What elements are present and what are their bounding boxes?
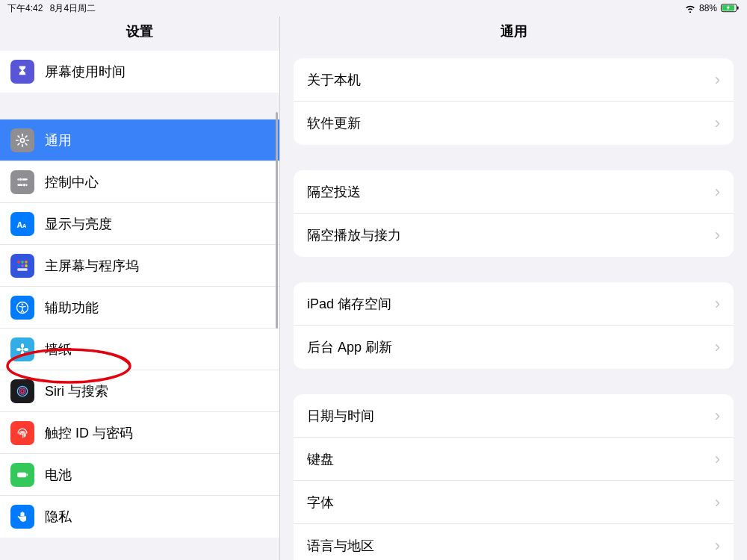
sidebar-item-label: 显示与亮度 [45, 215, 112, 233]
grid-icon [10, 254, 34, 278]
detail-item-date-time[interactable]: 日期与时间 › [294, 394, 734, 438]
chevron-right-icon: › [715, 493, 720, 512]
chevron-right-icon: › [715, 294, 720, 314]
sidebar: 设置 屏幕使用时间 通用 [0, 16, 280, 560]
svg-rect-10 [17, 261, 19, 263]
chevron-right-icon: › [715, 406, 720, 426]
app-root: 下午4:42 8月4日周二 88% 设置 屏 [0, 0, 747, 560]
svg-point-23 [24, 347, 28, 350]
detail-item-keyboard[interactable]: 键盘 › [294, 438, 734, 481]
status-date: 8月4日周二 [50, 3, 96, 13]
status-bar-left: 下午4:42 8月4日周二 [7, 2, 100, 15]
detail-item-label: 隔空投送 [307, 183, 361, 201]
detail-item-label: 字体 [307, 494, 334, 511]
detail-item-label: 后台 App 刷新 [307, 338, 392, 356]
sidebar-item-accessibility[interactable]: 辅助功能 [0, 287, 279, 329]
detail-item-background-refresh[interactable]: 后台 App 刷新 › [294, 326, 734, 369]
detail-item-software-update[interactable]: 软件更新 › [294, 102, 734, 145]
sidebar-item-screen-time[interactable]: 屏幕使用时间 [0, 51, 279, 93]
gear-icon [10, 128, 34, 152]
detail-item-label: iPad 储存空间 [307, 295, 391, 313]
svg-point-26 [21, 389, 24, 392]
detail-item-ipad-storage[interactable]: iPad 储存空间 › [294, 282, 734, 326]
detail-group-1: 隔空投送 › 隔空播放与接力 › [294, 170, 734, 257]
detail-title: 通用 [280, 16, 747, 51]
sidebar-item-label: 隐私 [45, 508, 72, 526]
detail-item-airdrop[interactable]: 隔空投送 › [294, 170, 734, 214]
sidebar-item-touch-id[interactable]: 触控 ID 与密码 [0, 412, 279, 454]
hourglass-icon [10, 60, 34, 84]
svg-rect-13 [17, 264, 19, 267]
svg-point-22 [16, 347, 21, 350]
svg-rect-27 [17, 472, 26, 477]
flower-icon [10, 337, 34, 361]
chevron-right-icon: › [715, 225, 720, 245]
scroll-indicator[interactable] [276, 112, 278, 329]
main-split: 设置 屏幕使用时间 通用 [0, 16, 747, 560]
sidebar-item-label: 屏幕使用时间 [45, 63, 125, 81]
sidebar-item-general[interactable]: 通用 [0, 119, 279, 161]
svg-point-25 [19, 388, 25, 393]
sidebar-item-control-center[interactable]: 控制中心 [0, 161, 279, 203]
sidebar-item-label: 通用 [45, 131, 72, 149]
sidebar-item-home-screen[interactable]: 主屏幕与程序坞 [0, 245, 279, 287]
sidebar-item-label: 电池 [45, 466, 72, 484]
fingerprint-icon [10, 421, 34, 445]
detail-item-label: 键盘 [307, 450, 334, 468]
status-bar-right: 88% [684, 3, 740, 13]
sidebar-item-privacy[interactable]: 隐私 [0, 496, 279, 538]
sidebar-separator [0, 93, 279, 119]
siri-icon [10, 379, 34, 403]
wifi-icon [684, 4, 696, 13]
detail-group-3: 日期与时间 › 键盘 › 字体 › 语言与地区 › [294, 394, 734, 560]
sliders-icon [10, 170, 34, 194]
detail-item-airplay[interactable]: 隔空播放与接力 › [294, 214, 734, 257]
hand-icon [10, 505, 34, 529]
svg-point-18 [22, 303, 24, 305]
sidebar-item-display[interactable]: AA 显示与亮度 [0, 203, 279, 245]
sidebar-item-label: 触控 ID 与密码 [45, 424, 133, 442]
svg-point-19 [21, 348, 24, 351]
detail-item-language-region[interactable]: 语言与地区 › [294, 524, 734, 560]
sidebar-item-siri[interactable]: Siri 与搜索 [0, 370, 279, 412]
sidebar-item-label: Siri 与搜索 [45, 382, 108, 400]
svg-rect-2 [737, 6, 739, 9]
svg-point-7 [22, 183, 25, 186]
sidebar-item-label: 墙纸 [45, 340, 72, 358]
text-size-icon: AA [10, 212, 34, 236]
detail-scroll[interactable]: 关于本机 › 软件更新 › 隔空投送 › 隔空播放与接力 › [280, 51, 747, 560]
svg-point-3 [20, 138, 24, 142]
detail-item-label: 日期与时间 [307, 407, 374, 425]
chevron-right-icon: › [715, 113, 720, 133]
svg-text:A: A [22, 223, 27, 229]
status-bar: 下午4:42 8月4日周二 88% [0, 0, 747, 16]
sidebar-item-label: 辅助功能 [45, 299, 99, 317]
chevron-right-icon: › [715, 337, 720, 357]
svg-rect-28 [26, 473, 28, 476]
svg-rect-16 [17, 268, 27, 270]
detail-item-label: 软件更新 [307, 114, 361, 132]
sidebar-item-wallpaper[interactable]: 墙纸 [0, 329, 279, 370]
sidebar-scroll[interactable]: 屏幕使用时间 通用 控制中心 [0, 51, 279, 560]
sidebar-group-0: 屏幕使用时间 [0, 51, 279, 93]
chevron-right-icon: › [715, 182, 720, 202]
chevron-right-icon: › [715, 70, 720, 90]
detail-item-label: 关于本机 [307, 71, 361, 89]
svg-rect-14 [21, 264, 23, 267]
accessibility-icon [10, 296, 34, 320]
detail-item-fonts[interactable]: 字体 › [294, 481, 734, 524]
svg-rect-12 [25, 261, 27, 263]
battery-icon [720, 4, 740, 13]
chevron-right-icon: › [715, 536, 720, 556]
detail-item-label: 语言与地区 [307, 537, 374, 555]
detail-group-0: 关于本机 › 软件更新 › [294, 58, 734, 145]
detail-pane: 通用 关于本机 › 软件更新 › 隔空投送 › [280, 16, 747, 560]
sidebar-group-1: 通用 控制中心 AA 显示与亮度 [0, 119, 279, 538]
sidebar-item-battery[interactable]: 电池 [0, 454, 279, 496]
detail-group-2: iPad 储存空间 › 后台 App 刷新 › [294, 282, 734, 369]
sidebar-title: 设置 [0, 16, 279, 51]
sidebar-item-label: 主屏幕与程序坞 [45, 257, 139, 275]
svg-rect-15 [25, 264, 27, 267]
status-battery-pct: 88% [699, 3, 717, 13]
detail-item-about[interactable]: 关于本机 › [294, 58, 734, 102]
